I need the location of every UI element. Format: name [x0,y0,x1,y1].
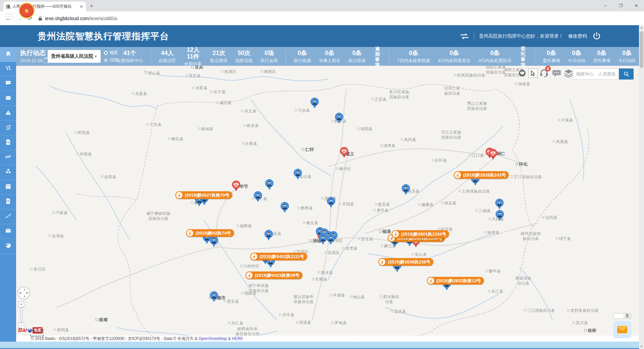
sidebar-item-route[interactable] [0,209,16,224]
select-tool-control[interactable] [528,68,538,78]
officer-pin[interactable] [265,179,274,190]
case-number-label[interactable]: (2018)黔2632执恢13号 [427,277,484,285]
message-control[interactable] [552,70,561,77]
logout-power-icon[interactable] [592,31,602,41]
sidebar-item-mail[interactable] [0,224,16,239]
layers-control[interactable] [564,69,573,78]
officer-pin[interactable] [327,197,335,208]
pan-up-icon[interactable]: ▲ [23,288,26,291]
court-pin[interactable] [232,180,240,192]
radio-court[interactable]: 法院 [104,56,118,64]
map-pan-compass[interactable]: ▲ ▼ ◀ ▶ [17,287,30,299]
radio-region[interactable]: 地区 [104,49,118,56]
pan-down-icon[interactable]: ▼ [23,295,26,298]
url-bar[interactable]: iexe.shgbitcloud.com/iexe/a/oldGis [38,16,568,21]
officer-pin[interactable] [495,198,504,210]
place-label: 威信县 [217,100,232,105]
place-label: 龙里县 [342,246,358,251]
sidebar-item-link[interactable] [0,150,16,165]
window-minimize-button[interactable]: ─ [598,0,613,11]
case-number-label[interactable]: (2019)黔0423执恢39号 [246,271,303,279]
place-label: 石阡县 [432,158,447,163]
officer-pin[interactable] [326,234,335,245]
browser-tab[interactable]: 法 人民法院执行指挥——GIS可视化 ✕ [3,2,86,11]
sidebar-toggle-hamburger-icon[interactable] [5,12,15,20]
vertical-scrollbar[interactable]: ▲ ▼ [639,25,644,349]
change-password-link[interactable]: 修改密码 [568,33,587,39]
tab-close-icon[interactable]: ✕ [80,4,83,9]
court-pin[interactable] [340,147,348,158]
place-label: 永善县 [132,91,147,96]
place-label: 开阳县 [339,202,354,207]
case-number-label[interactable]: (2019)黔2626执243号 [454,171,509,179]
place-label: 宜宾 [191,66,203,70]
runner-icon [378,258,386,266]
search-icon [624,71,629,77]
place-label: 三江侗族自治县 [524,308,555,313]
officer-pin[interactable] [401,184,410,195]
officer-pin[interactable] [293,168,302,180]
window-close-button[interactable]: ✕ [629,0,644,11]
gis-map[interactable]: 屏山县宜宾宜宾县南溪区纳溪区水富县长宁县兴文县叙永县古蔺县习水县桐梓县正安县绥阳… [16,66,639,342]
message-panel-button[interactable] [613,321,631,338]
page-footer-strip [0,342,644,349]
place-label: 金阳县 [101,174,116,180]
place-label: 修文县 [303,220,318,226]
pan-left-icon[interactable]: ◀ [19,291,21,294]
pan-right-icon[interactable]: ▶ [26,291,29,294]
here-link[interactable]: HERE [232,336,243,341]
officer-pin[interactable] [310,97,319,109]
stat-item: 0条当事人留言 [319,50,340,64]
officer-pin[interactable] [210,236,218,247]
window-maximize-button[interactable]: ❐ [613,0,629,11]
place-label: 南溪区 [221,69,236,74]
case-number-label[interactable]: (2019)黔2636执238号 [378,258,433,266]
panel-close-toggle[interactable]: 关 [613,313,631,319]
place-label: 花溪区 [325,250,340,255]
case-number-label[interactable]: (2019)黔02执74号 [186,229,234,237]
osm-link[interactable]: OpenStreetMap [199,336,227,341]
officer-pin[interactable] [254,191,262,202]
place-label: 施秉县 [419,202,434,207]
sidebar-item-calendar[interactable] [0,180,16,195]
sidebar-item-home[interactable] [0,47,16,62]
place-label: 纳溪区 [261,69,276,74]
sidebar-item-hand-leaf[interactable] [0,121,16,136]
officer-pin[interactable] [264,230,273,241]
case-number-label[interactable]: (2019)黔2601执1334号 [392,230,449,238]
court-pin[interactable] [489,149,497,160]
officer-pin[interactable] [335,112,343,124]
map-zoom-slider: + − [18,301,25,329]
sidebar-item-chat[interactable] [0,77,16,91]
court-selector-dropdown[interactable]: 贵州省高级人民法院▼ [48,50,101,63]
zoom-track[interactable] [20,307,23,323]
sidebar-item-pie-chart[interactable] [0,239,16,254]
officer-pin[interactable] [280,202,289,213]
switch-view-icon[interactable] [460,33,469,40]
cursor-icon [531,70,536,76]
sidebar-item-warning[interactable] [0,106,16,121]
place-label: 古蔺县 [242,141,257,146]
locate-control[interactable] [518,69,526,77]
sidebar-item-org-chart[interactable] [0,62,16,77]
scrollbar-thumb[interactable] [640,31,643,68]
officer-pin[interactable] [495,210,504,221]
map-search-input[interactable] [573,68,619,80]
link-icon [5,154,11,161]
sidebar-item-mail[interactable] [0,91,16,106]
officer-pin[interactable] [210,291,218,302]
sidebar-item-cubes[interactable] [0,165,16,180]
stats-date[interactable]: 2019-12-26 [20,58,49,63]
map-search-button[interactable] [619,68,634,80]
case-number-label[interactable]: (2019)黔0527执恢70号 [175,191,232,199]
new-tab-button[interactable]: + [90,3,93,9]
scroll-up-icon[interactable]: ▲ [639,25,644,30]
zoom-in-button[interactable]: + [18,301,24,307]
sidebar-item-doc-search[interactable] [0,136,16,150]
stat-item: 44人在线法官 [159,50,176,64]
court-emblem-logo: ★ [19,3,35,18]
notification-badge[interactable]: 8 [545,66,551,71]
scroll-down-icon[interactable]: ▼ [639,344,644,349]
sidebar-item-doc-search[interactable] [0,195,16,209]
case-number-label[interactable]: (2019)黔0402执2111号 [250,253,307,260]
